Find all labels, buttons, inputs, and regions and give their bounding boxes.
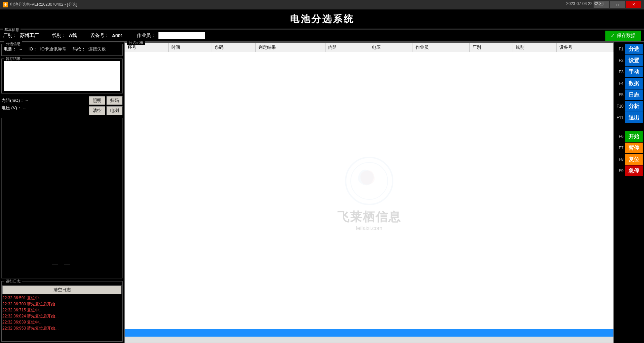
voltage-value: -- bbox=[23, 105, 26, 110]
fn-key-label: F4 bbox=[615, 81, 624, 86]
detection-info-label: 分选信息 bbox=[4, 41, 22, 46]
records-table: 序号时间条码判定结果内阻电压作业员厂别线别设备号 bbox=[125, 43, 613, 52]
table-header-cell: 判定结果 bbox=[256, 43, 326, 52]
close-button[interactable]: ✕ bbox=[626, 1, 641, 8]
scroll-area[interactable] bbox=[125, 337, 613, 343]
sidebar-btn-f11[interactable]: F11退出 bbox=[615, 112, 643, 123]
table-header-cell: 条码 bbox=[212, 43, 256, 52]
fn-action-手动[interactable]: 手动 bbox=[625, 67, 643, 77]
line-label: 线别： bbox=[52, 33, 66, 39]
sort-records-label: 分选记录 bbox=[127, 40, 145, 45]
fn-action-设置[interactable]: 设置 bbox=[625, 55, 643, 66]
table-container[interactable]: 序号时间条码判定结果内阻电压作业员厂别线别设备号 飞莱栖信息 feilaixi.… bbox=[125, 43, 613, 329]
detect-value: -- bbox=[19, 47, 23, 52]
run-log: 运行日志 清空日志 22:32:36:591 复位中...22:32:36:70… bbox=[1, 281, 123, 342]
sidebar-btn-f6[interactable]: F6开始 bbox=[615, 131, 643, 142]
sidebar-btn-f2[interactable]: F2设置 bbox=[615, 55, 643, 66]
table-header-cell: 内阻 bbox=[326, 43, 369, 52]
operator-input[interactable] bbox=[158, 32, 205, 39]
log-entry: 22:32:36:715 复位中... bbox=[2, 307, 122, 313]
blue-bar bbox=[125, 329, 613, 337]
left-panel: 分选信息 电测： -- IO： IO卡通讯异常 码枪： 连接失败 暂存结果 内阻… bbox=[0, 42, 124, 343]
main-content: 分选记录 序号时间条码判定结果内阻电压作业员厂别线别设备号 bbox=[124, 42, 614, 343]
sort-records: 分选记录 序号时间条码判定结果内阻电压作业员厂别线别设备号 bbox=[124, 42, 614, 343]
fn-key-label: F5 bbox=[615, 92, 624, 97]
status-dots: — — bbox=[52, 261, 72, 268]
fn-action-分析[interactable]: 分析 bbox=[625, 101, 643, 112]
fn-key-label: F10 bbox=[615, 104, 624, 109]
svg-point-1 bbox=[351, 162, 388, 199]
barcode-label: 码枪： bbox=[73, 46, 86, 52]
black-display-area: — — bbox=[1, 118, 123, 278]
line-value: A线 bbox=[69, 33, 77, 39]
watermark-logo bbox=[342, 154, 396, 208]
fn-key-label: F8 bbox=[615, 157, 624, 162]
fn-action-分选[interactable]: 分选 bbox=[625, 44, 643, 54]
fn-action-暂停[interactable]: 暂停 bbox=[625, 143, 643, 153]
clear-log-button[interactable]: 清空日志 bbox=[2, 285, 122, 294]
fn-key-label: F9 bbox=[615, 168, 624, 173]
sidebar-btn-f8[interactable]: F8复位 bbox=[615, 154, 643, 165]
content-area: 分选信息 电测： -- IO： IO卡通讯异常 码枪： 连接失败 暂存结果 内阻… bbox=[0, 42, 644, 343]
watermark-text2: feilaixi.com bbox=[337, 225, 401, 231]
line-info: 线别： A线 bbox=[52, 33, 77, 39]
clear-button[interactable]: 清空 bbox=[89, 106, 105, 115]
log-entry: 22:32:36:839 复位中... bbox=[2, 319, 122, 325]
main-header: 电池分选系统 bbox=[0, 9, 644, 29]
operator-label: 作业员： bbox=[137, 33, 156, 39]
maximize-button[interactable]: □ bbox=[610, 1, 625, 8]
table-header-cell: 时间 bbox=[168, 43, 212, 52]
fn-key-label: F6 bbox=[615, 134, 624, 139]
temp-result-box bbox=[4, 61, 120, 91]
scan-button[interactable]: 扫码 bbox=[106, 96, 123, 105]
log-entry: 22:32:36:591 复位中... bbox=[2, 295, 122, 301]
right-sidebar: F1分选F2设置F3手动F4数据F5日志F10分析F11退出F6开始F7暂停F8… bbox=[614, 42, 644, 343]
fn-key-label: F3 bbox=[615, 70, 624, 74]
sidebar-spacer bbox=[615, 124, 643, 130]
factory-info: 厂别： 苏州工厂 bbox=[3, 33, 39, 39]
detect-label: 电测： bbox=[4, 46, 17, 52]
basic-info-label: 基本信息 bbox=[3, 27, 20, 32]
fn-action-日志[interactable]: 日志 bbox=[625, 89, 643, 100]
temp-result: 暂存结果 bbox=[1, 59, 123, 93]
sidebar-btn-f5[interactable]: F5日志 bbox=[615, 89, 643, 100]
fn-action-数据[interactable]: 数据 bbox=[625, 78, 643, 89]
watermark: 飞莱栖信息 feilaixi.com bbox=[337, 154, 401, 231]
watermark-text1: 飞莱栖信息 bbox=[337, 209, 401, 225]
app-icon: ⚙ bbox=[3, 2, 8, 7]
sidebar-btn-f7[interactable]: F7暂停 bbox=[615, 143, 643, 153]
log-entry: 22:32:36:700 请先复位后开始... bbox=[2, 301, 122, 307]
fn-action-退出[interactable]: 退出 bbox=[625, 112, 643, 123]
device-value: A001 bbox=[112, 33, 123, 38]
fn-key-label: F7 bbox=[615, 146, 624, 150]
log-entry: 22:32:36:824 请先复位后开始... bbox=[2, 313, 122, 319]
table-header-cell: 厂别 bbox=[469, 43, 513, 52]
measure-button[interactable]: 电测 bbox=[106, 106, 123, 115]
fn-key-label: F11 bbox=[615, 115, 624, 120]
detection-row: 电测： -- IO： IO卡通讯异常 码枪： 连接失败 bbox=[4, 46, 120, 52]
light-button[interactable]: 照明 bbox=[89, 96, 105, 105]
main-title: 电池分选系统 bbox=[290, 13, 354, 26]
log-content: 22:32:36:591 复位中...22:32:36:700 请先复位后开始.… bbox=[2, 295, 122, 342]
sidebar-btn-f10[interactable]: F10分析 bbox=[615, 101, 643, 112]
table-header-cell: 电压 bbox=[369, 43, 413, 52]
fn-action-急停[interactable]: 急停 bbox=[625, 165, 643, 176]
sidebar-btn-f4[interactable]: F4数据 bbox=[615, 78, 643, 89]
titlebar-left: ⚙ 电池分选机-VER:2023070402 - [分选] bbox=[3, 2, 77, 7]
titlebar: ⚙ 电池分选机-VER:2023070402 - [分选] 2023-07-04… bbox=[0, 0, 644, 9]
sidebar-btn-f3[interactable]: F3手动 bbox=[615, 67, 643, 77]
sidebar-btn-f9[interactable]: F9急停 bbox=[615, 165, 643, 176]
device-label: 设备号： bbox=[90, 33, 109, 39]
sidebar-btn-f1[interactable]: F1分选 bbox=[615, 44, 643, 54]
fn-action-复位[interactable]: 复位 bbox=[625, 154, 643, 165]
fn-key-label: F1 bbox=[615, 47, 624, 51]
voltage-row: 电压 (V)： -- bbox=[1, 105, 87, 111]
datetime: 2023-07-04 22:32:36 bbox=[566, 1, 604, 6]
save-button[interactable]: ✓ 保存数据 bbox=[605, 31, 641, 41]
measure-info: 内阻(mΩ)： -- 电压 (V)： -- bbox=[1, 96, 87, 112]
barcode-value: 连接失败 bbox=[88, 46, 106, 52]
button-row: 内阻(mΩ)： -- 电压 (V)： -- 照明 扫码 清空 电测 bbox=[1, 96, 123, 115]
log-entry: 22:32:36:953 请先复位后开始... bbox=[2, 325, 122, 331]
resistance-value: -- bbox=[26, 98, 29, 103]
fn-action-开始[interactable]: 开始 bbox=[625, 131, 643, 142]
